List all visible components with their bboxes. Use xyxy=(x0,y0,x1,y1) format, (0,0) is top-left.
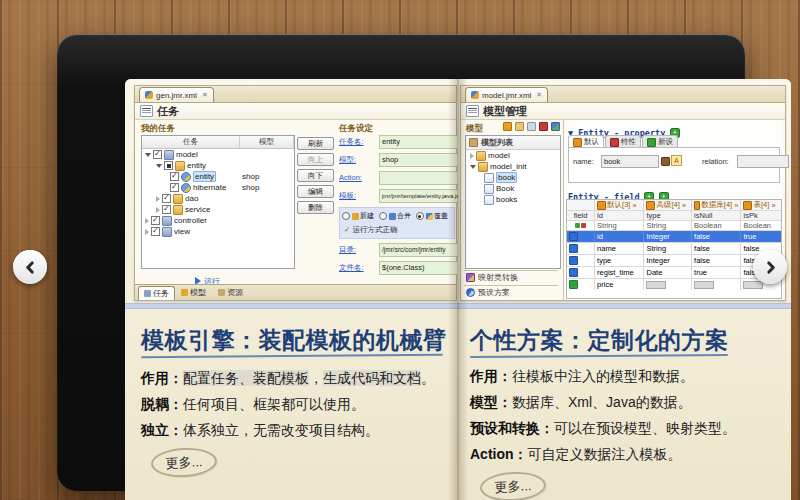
expanded-arrow-icon[interactable] xyxy=(156,164,162,168)
collapsed-arrow-icon[interactable] xyxy=(156,196,160,202)
mapping-section-bar[interactable]: 映射类转换 xyxy=(464,270,558,284)
directory-label[interactable]: 目录: xyxy=(339,245,356,255)
add-row-icon[interactable] xyxy=(575,223,580,228)
tree-item[interactable]: Book xyxy=(466,183,560,194)
filename-label[interactable]: 文件名: xyxy=(339,263,364,273)
close-icon[interactable]: ✕ xyxy=(202,91,208,99)
help-icon[interactable] xyxy=(503,122,512,131)
col-header[interactable]: isNull xyxy=(692,211,741,220)
table-row[interactable]: id Integer false true xyxy=(567,231,781,243)
filename-field[interactable]: $(one.Class) xyxy=(379,261,459,275)
tree-item-label: entity xyxy=(187,161,206,170)
tree-item[interactable]: hibernate shop xyxy=(142,182,294,193)
model-label[interactable]: 模型: xyxy=(339,155,356,165)
collapsed-arrow-icon[interactable] xyxy=(470,153,474,159)
checkbox[interactable] xyxy=(151,227,160,236)
action-field[interactable] xyxy=(379,171,459,185)
pencil-icon[interactable] xyxy=(661,157,670,166)
tree-item[interactable]: controller xyxy=(142,215,294,226)
group-col[interactable]: 高级[4] » xyxy=(644,200,692,210)
chevrons-icon[interactable]: » xyxy=(682,201,686,210)
checkbox[interactable] xyxy=(162,205,171,214)
checkbox[interactable] xyxy=(164,161,173,170)
checkbox[interactable] xyxy=(170,172,179,181)
table-row[interactable]: name String false false xyxy=(567,243,781,255)
task-name-field[interactable]: entity xyxy=(379,135,459,149)
overwrite-icon xyxy=(426,213,433,220)
editor-tab-modeljmr[interactable]: model.jmr.xml ✕ xyxy=(465,87,548,102)
tree-item[interactable]: dao xyxy=(142,193,294,204)
column-model[interactable]: 模型 xyxy=(240,136,294,148)
checkbox[interactable] xyxy=(170,183,179,192)
checkbox[interactable] xyxy=(153,150,162,159)
tree-item[interactable]: model xyxy=(466,150,560,161)
radio-overwrite[interactable] xyxy=(416,212,424,220)
move-up-button[interactable]: 向上 xyxy=(297,153,334,166)
tree-item[interactable]: service xyxy=(142,204,294,215)
tree-item[interactable]: view xyxy=(142,226,294,237)
tab-model[interactable]: 模型 xyxy=(175,285,212,300)
prev-button[interactable] xyxy=(13,250,47,284)
model-toolbar xyxy=(503,122,560,131)
tree-item[interactable]: entity xyxy=(142,160,294,171)
collapsed-arrow-icon[interactable] xyxy=(145,229,149,235)
remove-row-icon[interactable] xyxy=(581,223,586,228)
group-col[interactable]: 默认[3] » xyxy=(595,200,644,210)
editor-tab-genjmr[interactable]: gen.jmr.xml ✕ xyxy=(139,87,214,102)
sort-icon[interactable] xyxy=(551,122,560,131)
col-header[interactable]: id xyxy=(595,211,644,220)
close-icon[interactable]: ✕ xyxy=(536,91,542,99)
radio-merge[interactable] xyxy=(379,212,387,220)
delete-model-icon[interactable] xyxy=(539,122,548,131)
template-field[interactable]: jmr/jmr/template/entity.java.jet xyxy=(379,189,459,203)
radio-new[interactable] xyxy=(342,212,350,220)
case-icon[interactable]: A xyxy=(671,155,682,166)
collapsed-arrow-icon[interactable] xyxy=(156,207,160,213)
tree-item[interactable]: book xyxy=(466,172,560,183)
refresh-button[interactable]: 刷新 xyxy=(297,137,334,150)
chevrons-icon[interactable]: » xyxy=(771,201,775,210)
expanded-arrow-icon[interactable] xyxy=(470,165,476,169)
column-task[interactable]: 任务 xyxy=(142,136,240,148)
relation-field[interactable] xyxy=(737,155,789,168)
tab-tasks[interactable]: 任务 xyxy=(138,286,175,300)
chevrons-icon[interactable]: » xyxy=(734,201,738,210)
action-label[interactable]: Action: xyxy=(339,173,362,182)
model-field[interactable]: shop xyxy=(379,153,459,167)
col-header[interactable]: isPk xyxy=(741,211,781,220)
bullet-line: 预设和转换：可以在预设模型、映射类型。 xyxy=(470,420,736,438)
checkbox[interactable] xyxy=(162,194,171,203)
task-tree-header: 任务 模型 xyxy=(142,136,294,149)
directory-field[interactable]: /jmr/src/com/jmr/entity xyxy=(379,243,459,257)
group-col[interactable]: 数据库[4] » xyxy=(692,200,741,210)
form-row: Action: xyxy=(339,171,453,185)
table-row[interactable]: type Integer false false xyxy=(567,255,781,267)
preset-section-bar[interactable]: 预设方案 xyxy=(464,285,558,299)
tree-item[interactable]: model_init xyxy=(466,161,560,172)
template-label[interactable]: 模板: xyxy=(339,191,356,201)
tree-item[interactable]: entity shop xyxy=(142,171,294,182)
more-button[interactable]: 更多... xyxy=(150,446,217,478)
chevrons-icon[interactable]: » xyxy=(633,201,637,210)
col-header[interactable]: type xyxy=(644,211,692,220)
editor-tabbar: model.jmr.xml ✕ xyxy=(461,86,785,103)
more-button[interactable]: 更多... xyxy=(479,470,546,500)
next-button[interactable] xyxy=(753,250,787,284)
tree-item[interactable]: books xyxy=(466,194,560,205)
collapsed-arrow-icon[interactable] xyxy=(145,218,149,224)
tree-item[interactable]: model xyxy=(142,149,294,160)
group-col[interactable]: 表[4] » xyxy=(741,200,781,210)
edit-button[interactable]: 编辑 xyxy=(297,185,334,198)
expanded-arrow-icon[interactable] xyxy=(145,153,151,157)
move-down-button[interactable]: 向下 xyxy=(297,169,334,182)
table-row[interactable]: regist_time Date true false xyxy=(567,267,781,279)
task-name-label[interactable]: 任务名: xyxy=(339,137,364,147)
export-icon[interactable] xyxy=(527,122,536,131)
add-folder-icon[interactable] xyxy=(515,122,524,131)
tab-resources[interactable]: 资源 xyxy=(212,285,249,300)
field-column-header: field xyxy=(567,211,595,220)
delete-button[interactable]: 删除 xyxy=(297,201,334,214)
name-field[interactable]: book xyxy=(601,155,659,168)
table-row[interactable]: price xyxy=(567,279,781,290)
checkbox[interactable] xyxy=(151,216,160,225)
